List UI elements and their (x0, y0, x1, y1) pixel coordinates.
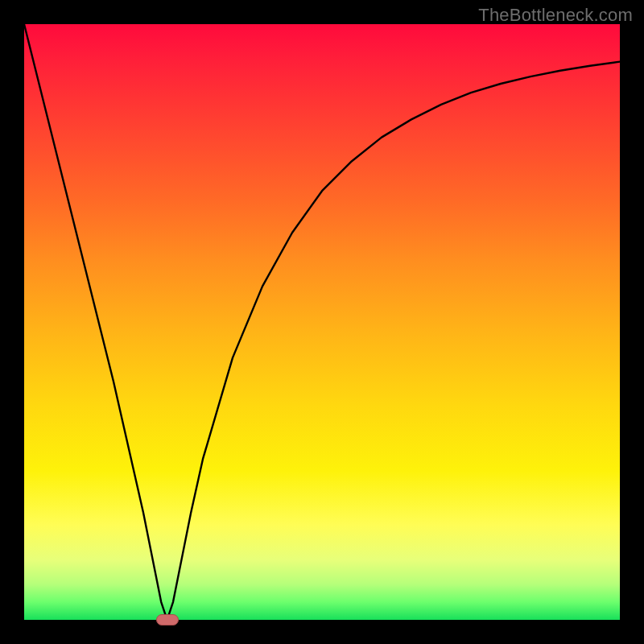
curve-svg (24, 24, 620, 620)
minimum-marker (156, 614, 179, 625)
chart-curve (24, 24, 620, 620)
chart-frame: TheBottleneck.com (0, 0, 644, 644)
plot-area (24, 24, 620, 620)
watermark-text: TheBottleneck.com (478, 5, 633, 26)
